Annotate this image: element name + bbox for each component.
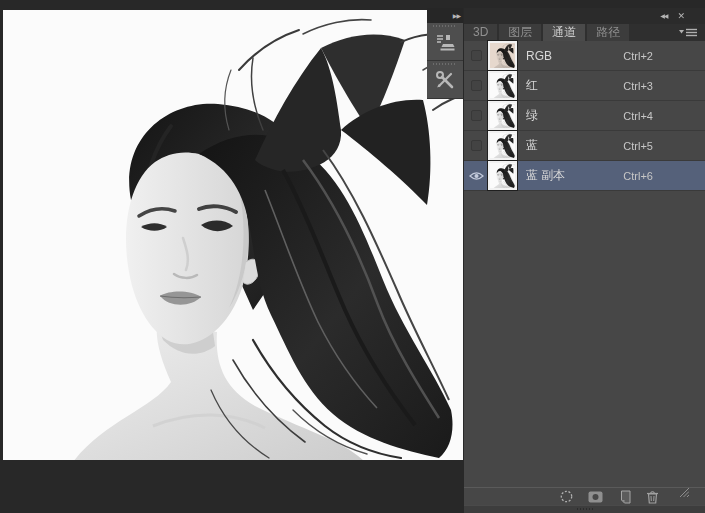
visibility-toggle[interactable] — [464, 110, 488, 121]
channel-shortcut: Ctrl+5 — [623, 140, 705, 152]
dock-button-tool-presets[interactable] — [427, 61, 463, 99]
channel-thumbnail[interactable] — [488, 101, 517, 130]
panel-menu-icon[interactable] — [679, 24, 705, 41]
visibility-toggle[interactable] — [464, 80, 488, 91]
visibility-toggle[interactable] — [464, 171, 488, 181]
close-icon[interactable]: ✕ — [677, 12, 685, 21]
trash-icon — [646, 490, 659, 504]
portrait-photo — [3, 10, 463, 460]
channel-name: RGB — [526, 49, 552, 63]
delete-channel-button[interactable] — [646, 490, 659, 504]
channel-name: 绿 — [526, 107, 538, 124]
grip-dots — [577, 508, 593, 510]
channel-row-blue[interactable]: 蓝 Ctrl+5 — [464, 131, 705, 161]
channel-shortcut: Ctrl+6 — [623, 170, 705, 182]
panel-empty-area — [464, 191, 705, 487]
eye-box — [471, 50, 482, 61]
next-panel-header-strip[interactable] — [464, 505, 705, 513]
channel-shortcut: Ctrl+3 — [623, 80, 705, 92]
panel-resize-grip[interactable] — [677, 483, 689, 501]
clone-source-icon — [435, 27, 455, 56]
tool-presets-icon — [435, 65, 455, 94]
visibility-toggle[interactable] — [464, 50, 488, 61]
channel-thumbnail[interactable] — [488, 41, 517, 70]
dashed-circle-icon — [560, 490, 573, 503]
channel-thumbnail[interactable] — [488, 161, 517, 190]
channel-shortcut: Ctrl+4 — [623, 110, 705, 122]
load-channel-as-selection-button[interactable] — [560, 490, 573, 503]
channel-name: 蓝 — [526, 137, 538, 154]
eye-box — [471, 110, 482, 121]
channel-thumbnail[interactable] — [488, 131, 517, 160]
channel-shortcut: Ctrl+2 — [623, 50, 705, 62]
save-selection-as-channel-button[interactable] — [588, 491, 603, 503]
collapse-to-icons-icon[interactable]: ◀◀ — [660, 13, 667, 19]
tab-paths[interactable]: 路径 — [587, 24, 629, 41]
channel-row-rgb[interactable]: RGB Ctrl+2 — [464, 41, 705, 71]
dock-header: ▶▶ — [427, 8, 463, 23]
eye-icon — [469, 171, 484, 181]
eye-box — [471, 80, 482, 91]
channel-row-green[interactable]: 绿 Ctrl+4 — [464, 101, 705, 131]
panel-footer — [464, 487, 705, 505]
channels-panel: ◀◀ ✕ 3D 图层 通道 路径 RGB Ctrl+2 — [464, 8, 705, 505]
channel-row-red[interactable]: 红 Ctrl+3 — [464, 71, 705, 101]
channel-thumbnail[interactable] — [488, 71, 517, 100]
visibility-toggle[interactable] — [464, 140, 488, 151]
document-canvas[interactable] — [3, 10, 463, 460]
channel-list: RGB Ctrl+2 红 Ctrl+3 绿 Ctrl+4 蓝 Ctrl — [464, 41, 705, 191]
channel-name: 蓝 副本 — [526, 167, 565, 184]
dock-button-clone-source[interactable] — [427, 23, 463, 61]
new-channel-button[interactable] — [618, 490, 631, 504]
tab-spacer — [631, 24, 679, 41]
expand-panels-icon[interactable]: ▶▶ — [453, 13, 460, 19]
selection-as-channel-icon — [588, 491, 603, 503]
eye-box — [471, 140, 482, 151]
tab-3d[interactable]: 3D — [464, 24, 497, 41]
new-channel-icon — [618, 490, 631, 504]
panel-tab-bar: 3D 图层 通道 路径 — [464, 24, 705, 41]
tab-channels[interactable]: 通道 — [543, 24, 585, 41]
panel-group-header: ◀◀ ✕ — [464, 8, 705, 24]
tab-layers[interactable]: 图层 — [499, 24, 541, 41]
channel-row-blue-copy[interactable]: 蓝 副本 Ctrl+6 — [464, 161, 705, 191]
channel-name: 红 — [526, 77, 538, 94]
icon-panel-dock: ▶▶ — [427, 8, 463, 99]
